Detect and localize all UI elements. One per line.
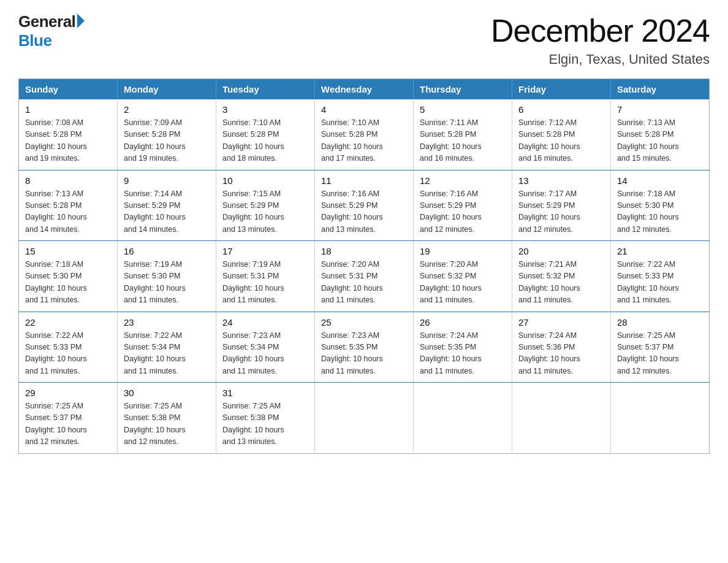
calendar-day-cell: 21Sunrise: 7:22 AMSunset: 5:33 PMDayligh… (611, 241, 710, 312)
day-number: 30 (124, 388, 210, 398)
day-number: 2 (124, 104, 210, 115)
calendar-day-cell: 14Sunrise: 7:18 AMSunset: 5:30 PMDayligh… (611, 170, 710, 241)
location-title: Elgin, Texas, United States (491, 52, 710, 67)
day-number: 29 (25, 388, 111, 398)
day-info: Sunrise: 7:18 AMSunset: 5:30 PMDaylight:… (25, 259, 111, 307)
day-number: 24 (222, 317, 308, 327)
day-info: Sunrise: 7:22 AMSunset: 5:34 PMDaylight:… (124, 330, 210, 378)
day-number: 17 (222, 246, 308, 256)
day-number: 19 (420, 246, 506, 256)
calendar-day-cell (414, 383, 512, 454)
calendar-day-cell: 7Sunrise: 7:13 AMSunset: 5:28 PMDaylight… (611, 99, 710, 170)
day-info: Sunrise: 7:09 AMSunset: 5:28 PMDaylight:… (124, 117, 210, 165)
calendar-week-row: 22Sunrise: 7:22 AMSunset: 5:33 PMDayligh… (19, 312, 710, 383)
logo: General Blue (18, 12, 85, 50)
calendar-day-cell: 16Sunrise: 7:19 AMSunset: 5:30 PMDayligh… (118, 241, 216, 312)
day-info: Sunrise: 7:23 AMSunset: 5:35 PMDaylight:… (321, 330, 407, 378)
day-number: 23 (124, 317, 210, 327)
calendar-day-cell: 5Sunrise: 7:11 AMSunset: 5:28 PMDaylight… (414, 99, 512, 170)
calendar-day-cell: 19Sunrise: 7:20 AMSunset: 5:32 PMDayligh… (414, 241, 512, 312)
calendar-week-row: 29Sunrise: 7:25 AMSunset: 5:37 PMDayligh… (19, 383, 710, 454)
calendar-day-cell: 30Sunrise: 7:25 AMSunset: 5:38 PMDayligh… (118, 383, 216, 454)
day-info: Sunrise: 7:18 AMSunset: 5:30 PMDaylight:… (617, 188, 703, 236)
day-number: 6 (518, 104, 604, 115)
day-info: Sunrise: 7:15 AMSunset: 5:29 PMDaylight:… (222, 188, 308, 236)
day-number: 15 (25, 246, 111, 256)
day-info: Sunrise: 7:19 AMSunset: 5:30 PMDaylight:… (124, 259, 210, 307)
day-info: Sunrise: 7:13 AMSunset: 5:28 PMDaylight:… (617, 117, 703, 165)
month-title: December 2024 (491, 12, 710, 49)
day-info: Sunrise: 7:24 AMSunset: 5:36 PMDaylight:… (518, 330, 604, 378)
calendar-day-cell: 28Sunrise: 7:25 AMSunset: 5:37 PMDayligh… (611, 312, 710, 383)
calendar-day-cell: 27Sunrise: 7:24 AMSunset: 5:36 PMDayligh… (512, 312, 611, 383)
day-info: Sunrise: 7:19 AMSunset: 5:31 PMDaylight:… (222, 259, 308, 307)
calendar-day-cell: 9Sunrise: 7:14 AMSunset: 5:29 PMDaylight… (118, 170, 216, 241)
calendar-day-cell (512, 383, 611, 454)
day-number: 12 (420, 175, 506, 186)
day-number: 20 (518, 246, 604, 256)
day-info: Sunrise: 7:16 AMSunset: 5:29 PMDaylight:… (420, 188, 506, 236)
day-info: Sunrise: 7:17 AMSunset: 5:29 PMDaylight:… (518, 188, 604, 236)
calendar-day-cell: 29Sunrise: 7:25 AMSunset: 5:37 PMDayligh… (19, 383, 118, 454)
logo-general: General (18, 12, 75, 31)
day-info: Sunrise: 7:13 AMSunset: 5:28 PMDaylight:… (25, 188, 111, 236)
calendar-day-cell: 24Sunrise: 7:23 AMSunset: 5:34 PMDayligh… (216, 312, 315, 383)
day-info: Sunrise: 7:16 AMSunset: 5:29 PMDaylight:… (321, 188, 407, 236)
calendar-week-row: 8Sunrise: 7:13 AMSunset: 5:28 PMDaylight… (19, 170, 710, 241)
day-number: 16 (124, 246, 210, 256)
day-info: Sunrise: 7:20 AMSunset: 5:32 PMDaylight:… (420, 259, 506, 307)
calendar-day-cell: 12Sunrise: 7:16 AMSunset: 5:29 PMDayligh… (414, 170, 512, 241)
calendar-day-cell: 18Sunrise: 7:20 AMSunset: 5:31 PMDayligh… (315, 241, 414, 312)
day-number: 11 (321, 175, 407, 186)
weekday-header-thursday: Thursday (414, 79, 512, 100)
calendar-day-cell: 25Sunrise: 7:23 AMSunset: 5:35 PMDayligh… (315, 312, 414, 383)
calendar-day-cell: 26Sunrise: 7:24 AMSunset: 5:35 PMDayligh… (414, 312, 512, 383)
page-header: General Blue December 2024 Elgin, Texas,… (18, 12, 710, 67)
day-number: 3 (222, 104, 308, 115)
day-number: 14 (617, 175, 703, 186)
weekday-header-tuesday: Tuesday (216, 79, 315, 100)
day-info: Sunrise: 7:10 AMSunset: 5:28 PMDaylight:… (222, 117, 308, 165)
calendar-day-cell (611, 383, 710, 454)
day-info: Sunrise: 7:12 AMSunset: 5:28 PMDaylight:… (518, 117, 604, 165)
calendar-day-cell: 4Sunrise: 7:10 AMSunset: 5:28 PMDaylight… (315, 99, 414, 170)
calendar-day-cell: 13Sunrise: 7:17 AMSunset: 5:29 PMDayligh… (512, 170, 611, 241)
day-number: 5 (420, 104, 506, 115)
day-number: 26 (420, 317, 506, 327)
day-number: 1 (25, 104, 111, 115)
day-number: 13 (518, 175, 604, 186)
calendar-day-cell: 10Sunrise: 7:15 AMSunset: 5:29 PMDayligh… (216, 170, 315, 241)
weekday-header-row: SundayMondayTuesdayWednesdayThursdayFrid… (19, 79, 710, 100)
day-number: 18 (321, 246, 407, 256)
day-info: Sunrise: 7:11 AMSunset: 5:28 PMDaylight:… (420, 117, 506, 165)
calendar-day-cell: 31Sunrise: 7:25 AMSunset: 5:38 PMDayligh… (216, 383, 315, 454)
calendar-day-cell: 17Sunrise: 7:19 AMSunset: 5:31 PMDayligh… (216, 241, 315, 312)
calendar-table: SundayMondayTuesdayWednesdayThursdayFrid… (18, 79, 710, 454)
weekday-header-friday: Friday (512, 79, 611, 100)
day-info: Sunrise: 7:23 AMSunset: 5:34 PMDaylight:… (222, 330, 308, 378)
calendar-day-cell: 11Sunrise: 7:16 AMSunset: 5:29 PMDayligh… (315, 170, 414, 241)
day-info: Sunrise: 7:25 AMSunset: 5:38 PMDaylight:… (222, 400, 308, 448)
calendar-day-cell: 1Sunrise: 7:08 AMSunset: 5:28 PMDaylight… (19, 99, 118, 170)
day-info: Sunrise: 7:22 AMSunset: 5:33 PMDaylight:… (617, 259, 703, 307)
calendar-day-cell: 23Sunrise: 7:22 AMSunset: 5:34 PMDayligh… (118, 312, 216, 383)
day-number: 7 (617, 104, 703, 115)
calendar-day-cell: 3Sunrise: 7:10 AMSunset: 5:28 PMDaylight… (216, 99, 315, 170)
calendar-day-cell: 6Sunrise: 7:12 AMSunset: 5:28 PMDaylight… (512, 99, 611, 170)
logo-blue: Blue (18, 31, 51, 50)
day-number: 10 (222, 175, 308, 186)
day-info: Sunrise: 7:25 AMSunset: 5:37 PMDaylight:… (617, 330, 703, 378)
day-info: Sunrise: 7:20 AMSunset: 5:31 PMDaylight:… (321, 259, 407, 307)
day-info: Sunrise: 7:25 AMSunset: 5:37 PMDaylight:… (25, 400, 111, 448)
calendar-day-cell: 20Sunrise: 7:21 AMSunset: 5:32 PMDayligh… (512, 241, 611, 312)
day-number: 28 (617, 317, 703, 327)
day-info: Sunrise: 7:14 AMSunset: 5:29 PMDaylight:… (124, 188, 210, 236)
calendar-day-cell: 22Sunrise: 7:22 AMSunset: 5:33 PMDayligh… (19, 312, 118, 383)
calendar-day-cell: 8Sunrise: 7:13 AMSunset: 5:28 PMDaylight… (19, 170, 118, 241)
day-number: 25 (321, 317, 407, 327)
day-info: Sunrise: 7:25 AMSunset: 5:38 PMDaylight:… (124, 400, 210, 448)
calendar-day-cell (315, 383, 414, 454)
weekday-header-sunday: Sunday (19, 79, 118, 100)
day-info: Sunrise: 7:24 AMSunset: 5:35 PMDaylight:… (420, 330, 506, 378)
title-area: December 2024 Elgin, Texas, United State… (491, 12, 710, 67)
